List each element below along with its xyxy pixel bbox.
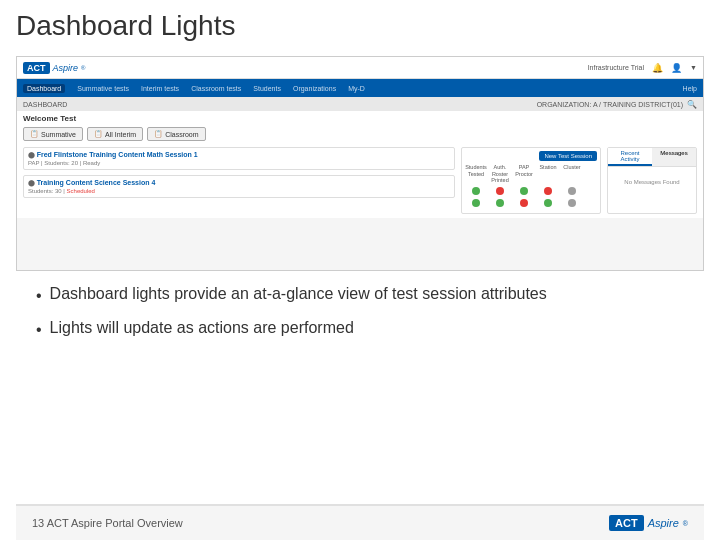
bullet-text-2: Lights will update as actions are perfor… (50, 317, 354, 341)
light-1-3 (513, 186, 535, 196)
topbar-right: Infrastructure Trial 🔔 👤 ▼ (588, 63, 697, 73)
session-item-2[interactable]: ⬤ Training Content Science Session 4 Stu… (23, 175, 455, 198)
session-item-1[interactable]: ⬤ Fred Flintstone Training Content Math … (23, 147, 455, 170)
red-light (544, 187, 552, 195)
app-topbar: ACT Aspire ® Infrastructure Trial 🔔 👤 ▼ (17, 57, 703, 79)
no-messages-text: No Messages Found (608, 175, 696, 189)
light-1-2 (489, 186, 511, 196)
lights-row-2 (465, 198, 597, 208)
bullet-item-2: • Lights will update as actions are perf… (36, 317, 684, 341)
classroom-tab-icon: 📋 (154, 130, 163, 138)
breadcrumb-org: ORGANIZATION: A / TRAINING DISTRICT(01) (537, 101, 683, 108)
search-icon[interactable]: 🔍 (687, 100, 697, 109)
bullet-dot-2: • (36, 319, 42, 341)
panel-tabs: Recent Activity Messages (608, 148, 696, 167)
green-light (520, 187, 528, 195)
session-name-2: ⬤ Training Content Science Session 4 (28, 179, 450, 186)
footer-page-number: 13 ACT Aspire Portal Overview (32, 517, 183, 529)
green-light (544, 199, 552, 207)
slide-footer: 13 ACT Aspire Portal Overview ACT Aspire… (16, 504, 704, 540)
app-logo: ACT Aspire ® (23, 62, 85, 74)
slide-container: Dashboard Lights ACT Aspire ® Infrastruc… (0, 0, 720, 540)
messages-tab[interactable]: Messages (652, 148, 696, 166)
sessions-list: ⬤ Fred Flintstone Training Content Math … (23, 147, 455, 214)
lights-header-cluster: Cluster (561, 164, 583, 184)
nav-item-classroom[interactable]: Classroom tests (191, 85, 241, 92)
scheduled-label: Scheduled (67, 188, 95, 194)
gray-light (568, 199, 576, 207)
red-light (496, 187, 504, 195)
bullet-dot-1: • (36, 285, 42, 307)
light-1-5 (561, 186, 583, 196)
green-light (472, 199, 480, 207)
interim-tab-label: All Interim (105, 131, 136, 138)
classroom-tab-label: Classroom (165, 131, 198, 138)
session-meta-1: PAP | Students: 20 | Ready (28, 160, 450, 166)
app-navbar: Dashboard Summative tests Interim tests … (17, 79, 703, 97)
session-meta-2: Students: 30 | Scheduled (28, 188, 450, 194)
summative-tab-label: Summative (41, 131, 76, 138)
nav-item-interim[interactable]: Interim tests (141, 85, 179, 92)
registered-mark: ® (81, 65, 85, 71)
nav-item-myd[interactable]: My-D (348, 85, 365, 92)
interim-tab-icon: 📋 (94, 130, 103, 138)
green-light (472, 187, 480, 195)
lights-header-students: Students Tested (465, 164, 487, 184)
chevron-icon: ▼ (690, 64, 697, 71)
breadcrumb-text: DASHBOARD (23, 101, 67, 108)
lights-header-pap: PAP Proctor (513, 164, 535, 184)
nav-item-students[interactable]: Students (253, 85, 281, 92)
session-type-1: PAP (28, 160, 39, 166)
act-logo: ACT (23, 62, 50, 74)
light-2-4 (537, 198, 559, 208)
recent-activity-tab[interactable]: Recent Activity (608, 148, 652, 166)
bullet-item-1: • Dashboard lights provide an at-a-glanc… (36, 283, 684, 307)
nav-item-dashboard[interactable]: Dashboard (23, 84, 65, 93)
recent-activity-panel: Recent Activity Messages No Messages Fou… (607, 147, 697, 214)
slide-title: Dashboard Lights (16, 10, 704, 46)
help-label[interactable]: Help (683, 85, 697, 92)
bell-icon[interactable]: 🔔 (652, 63, 663, 73)
nav-item-organizations[interactable]: Organizations (293, 85, 336, 92)
breadcrumb-right: ORGANIZATION: A / TRAINING DISTRICT(01) … (537, 100, 697, 109)
app-main: ⬤ Fred Flintstone Training Content Math … (17, 147, 703, 218)
tab-interim[interactable]: 📋 All Interim (87, 127, 143, 141)
footer-registered-mark: ® (683, 520, 688, 527)
tab-summative[interactable]: 📋 Summative (23, 127, 83, 141)
summative-tab-icon: 📋 (30, 130, 39, 138)
green-light (496, 199, 504, 207)
gray-light (568, 187, 576, 195)
app-screenshot: ACT Aspire ® Infrastructure Trial 🔔 👤 ▼ … (16, 56, 704, 271)
tab-buttons: 📋 Summative 📋 All Interim 📋 Classroom (23, 127, 697, 141)
light-1-1 (465, 186, 487, 196)
light-1-4 (537, 186, 559, 196)
tab-classroom[interactable]: 📋 Classroom (147, 127, 205, 141)
bullet-text-1: Dashboard lights provide an at-a-glance … (50, 283, 547, 307)
bullet-section: • Dashboard lights provide an at-a-glanc… (16, 271, 704, 504)
session-icon-1: ⬤ (28, 152, 37, 158)
user-icon[interactable]: 👤 (671, 63, 682, 73)
lights-header-auth: Auth. Roster Printed (489, 164, 511, 184)
footer-logo: ACT Aspire ® (609, 515, 688, 531)
light-2-2 (489, 198, 511, 208)
new-test-session-button[interactable]: New Test Session (539, 151, 597, 161)
light-2-5 (561, 198, 583, 208)
light-2-3 (513, 198, 535, 208)
red-light (520, 199, 528, 207)
footer-act-logo: ACT (609, 515, 644, 531)
footer-aspire-text: Aspire (648, 517, 679, 529)
nav-item-summative[interactable]: Summative tests (77, 85, 129, 92)
lights-header-row: Students Tested Auth. Roster Printed PAP… (465, 164, 597, 184)
app-breadcrumb: DASHBOARD ORGANIZATION: A / TRAINING DIS… (17, 97, 703, 111)
session-icon-2: ⬤ (28, 180, 37, 186)
lights-grid: New Test Session Students Tested Auth. R… (461, 147, 601, 214)
lights-header-station: Station (537, 164, 559, 184)
aspire-logo-text: Aspire (53, 63, 79, 73)
welcome-section: Welcome Test 📋 Summative 📋 All Interim 📋… (17, 111, 703, 147)
infrastructure-label: Infrastructure Trial (588, 64, 644, 71)
session-name-1: ⬤ Fred Flintstone Training Content Math … (28, 151, 450, 158)
light-2-1 (465, 198, 487, 208)
lights-row-1 (465, 186, 597, 196)
welcome-title: Welcome Test (23, 114, 697, 123)
